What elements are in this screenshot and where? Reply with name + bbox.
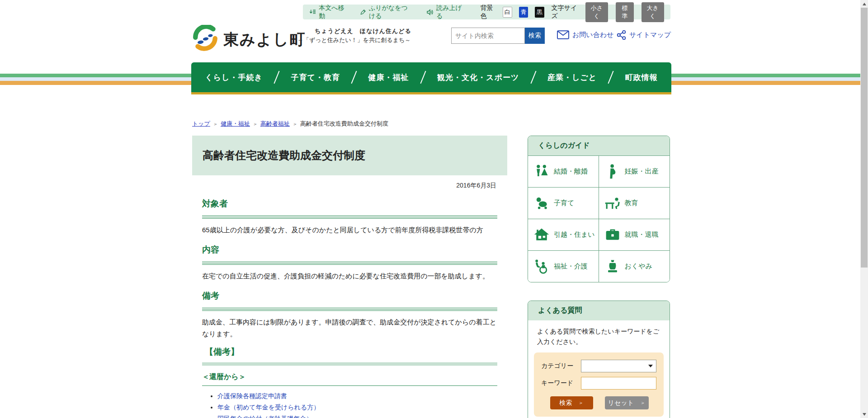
nav-separator: [351, 71, 357, 84]
breadcrumb-top[interactable]: トップ: [192, 120, 210, 128]
life-guide-title: くらしのガイド: [528, 136, 670, 155]
nav-item-kurashi[interactable]: くらし・手続き: [205, 72, 263, 83]
scroll-down-icon: [863, 413, 866, 416]
note-divider: [202, 363, 497, 365]
guide-item-moving[interactable]: 引越・住まい: [528, 219, 599, 250]
scrollbar[interactable]: [860, 0, 868, 418]
link-nenkin[interactable]: 年金（初めて年金を受けられる方）: [217, 404, 320, 411]
bg-black-button[interactable]: 黒: [535, 7, 544, 18]
section-heading-naiyo: 内容: [202, 244, 497, 256]
arrow-right-icon: ＞: [579, 399, 584, 406]
section-heading-taishosha: 対象者: [202, 198, 497, 210]
section-heading-biko: 備考: [202, 290, 497, 302]
envelope-icon: [557, 30, 569, 39]
article-date: 2016年6月3日: [192, 182, 507, 190]
breadcrumb: トップ ＞ 健康・福祉 ＞ 高齢者福祉 ＞ 高齢者住宅改造費助成金交付制度: [192, 120, 388, 128]
link-kokumin-nenkin[interactable]: 国民年金の給付（老齢基礎年金）: [217, 415, 312, 418]
nav-item-kosodate[interactable]: 子育て・教育: [291, 72, 340, 83]
site-search-input[interactable]: [451, 28, 525, 44]
font-large-button[interactable]: 大きく: [642, 2, 664, 22]
site-header: 東みよし町 ちょうどええ ほなけん住んどる ～「ずっと住みたい！」を共に創るまち…: [0, 19, 868, 62]
guide-item-condolence[interactable]: おくやみ: [599, 250, 670, 282]
scrollbar-thumb[interactable]: [861, 8, 868, 268]
guide-item-marriage[interactable]: 結婚・離婚: [528, 155, 599, 187]
list-item: 年金（初めて年金を受けられる方）: [217, 402, 497, 413]
contact-label: お問い合わせ: [572, 31, 613, 39]
furigana-link[interactable]: ふりがなをつける: [360, 4, 411, 20]
guide-item-label: 子育て: [554, 199, 574, 207]
guide-item-label: 結婚・離婚: [554, 167, 588, 176]
bg-white-button[interactable]: 白: [503, 7, 512, 18]
section-divider: [202, 216, 497, 219]
faq-reset-button[interactable]: リセット ＞: [605, 396, 649, 409]
faq-box: よくある質問 よくある質問で検索したいキーワードをご入力ください。 カテゴリー …: [528, 301, 670, 418]
skip-down-icon: [309, 8, 316, 16]
life-guide-grid: 結婚・離婚 妊娠・出産 子育て 教育 引越・住まい 就職・退職: [528, 155, 670, 282]
list-item: 国民年金の給付（老齢基礎年金）: [217, 413, 497, 418]
nav-item-kenko[interactable]: 健康・福祉: [368, 72, 409, 83]
kanreki-link-list: 介護保険各種認定申請書 年金（初めて年金を受けられる方） 国民年金の給付（老齢基…: [217, 390, 497, 418]
faq-search-button[interactable]: 検索 ＞: [550, 396, 593, 409]
guide-item-welfare[interactable]: 福祉・介護: [528, 250, 599, 282]
section-divider: [202, 262, 497, 265]
contact-link[interactable]: お問い合わせ: [557, 30, 613, 39]
page-title: 高齢者住宅改造費助成金交付制度: [192, 136, 507, 163]
guide-item-label: 引越・住まい: [554, 230, 595, 239]
site-search-button[interactable]: 検索: [525, 28, 545, 44]
briefcase-icon: [604, 227, 621, 243]
nav-item-sangyo[interactable]: 産業・しごと: [547, 72, 597, 83]
sitemap-label: サイトマップ: [629, 31, 671, 39]
site-name[interactable]: 東みよし町: [223, 29, 306, 50]
breadcrumb-separator: ＞: [253, 121, 258, 127]
sitemap-link[interactable]: サイトマップ: [617, 30, 671, 40]
site-search: 検索: [451, 28, 545, 44]
guide-item-label: 就職・退職: [625, 230, 659, 239]
nav-separator: [420, 71, 426, 84]
house-icon: [533, 227, 550, 243]
font-small-button[interactable]: 小さく: [585, 2, 608, 22]
faq-keyword-input[interactable]: [581, 377, 656, 390]
faq-category-select[interactable]: [581, 360, 656, 372]
font-size-label: 文字サイズ: [552, 4, 578, 20]
subheading-kanreki: ＜還暦から＞: [202, 372, 497, 382]
breadcrumb-kenko[interactable]: 健康・福祉: [221, 120, 250, 128]
section-body-naiyo: 在宅での自立生活の促進、介護負担の軽減のために必要な住宅改造費用の一部を助成しま…: [202, 270, 497, 282]
life-guide-box: くらしのガイド 結婚・離婚 妊娠・出産 子育て 教育 引越・住まい: [528, 136, 670, 282]
article-title-band: 高齢者住宅改造費助成金交付制度: [192, 136, 507, 175]
nav-item-chosei[interactable]: 町政情報: [625, 72, 658, 83]
read-aloud-link[interactable]: 読み上げる: [426, 4, 462, 20]
faq-description: よくある質問で検索したいキーワードをご入力ください。: [528, 320, 670, 347]
nav-separator: [274, 71, 280, 84]
tagline-line2: ～「ずっと住みたい！」を共に創るまち～: [297, 36, 411, 45]
faq-category-label: カテゴリー: [541, 362, 581, 370]
education-icon: [604, 195, 621, 211]
wheelchair-icon: [533, 258, 550, 275]
pregnancy-icon: [604, 164, 621, 180]
town-logo: [192, 25, 218, 51]
breadcrumb-separator: ＞: [213, 121, 218, 127]
guide-item-pregnancy[interactable]: 妊娠・出産: [599, 155, 670, 187]
breadcrumb-separator: ＞: [292, 121, 297, 127]
faq-search-panel: カテゴリー キーワード 検索 ＞ リセット ＞: [534, 352, 664, 417]
guide-item-education[interactable]: 教育: [599, 187, 670, 219]
breadcrumb-korei[interactable]: 高齢者福祉: [260, 120, 290, 128]
link-kaigo-shinsei[interactable]: 介護保険各種認定申請書: [217, 392, 287, 399]
page: 本文へ移動 ふりがなをつける 読み上げる 背景色 白 青 黒 文字サイズ 小さく…: [0, 0, 868, 418]
guide-item-label: 妊娠・出産: [625, 167, 659, 176]
section-body-biko: 助成金、工事内容には制限があります。申請後の調査で、助成金交付が決定されてからの…: [202, 316, 497, 340]
nav-separator: [608, 71, 614, 84]
memorial-icon: [604, 258, 621, 275]
guide-item-label: 教育: [625, 199, 638, 207]
scroll-up-button[interactable]: [860, 0, 868, 8]
nav-item-kanko[interactable]: 観光・文化・スポーツ: [437, 72, 519, 83]
guide-item-childcare[interactable]: 子育て: [528, 187, 599, 219]
bg-blue-button[interactable]: 青: [519, 7, 528, 18]
font-normal-button[interactable]: 標準: [616, 2, 633, 22]
site-tagline: ちょうどええ ほなけん住んどる ～「ずっと住みたい！」を共に創るまち～: [297, 27, 411, 45]
faq-keyword-label: キーワード: [541, 379, 581, 387]
scroll-down-button[interactable]: [860, 410, 868, 418]
skip-to-content-label: 本文へ移動: [319, 4, 344, 20]
guide-item-employment[interactable]: 就職・退職: [599, 219, 670, 250]
skip-to-content-link[interactable]: 本文へ移動: [309, 4, 344, 20]
breadcrumb-current: 高齢者住宅改造費助成金交付制度: [300, 120, 388, 128]
